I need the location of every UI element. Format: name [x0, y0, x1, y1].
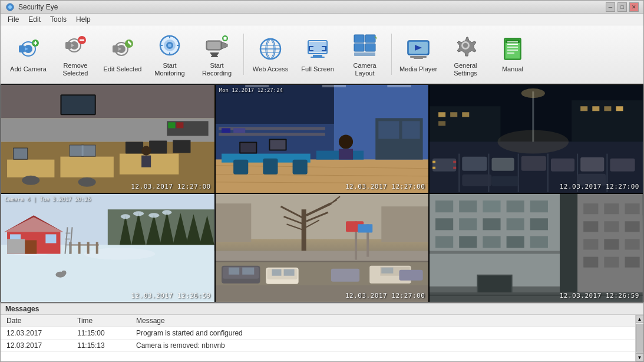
- camera-timestamp-4: 12.03.2017 12:26:59: [131, 292, 210, 300]
- svg-rect-145: [432, 167, 435, 169]
- svg-rect-254: [625, 239, 640, 249]
- svg-rect-255: [584, 257, 599, 268]
- msg-time-1: 11:15:00: [76, 328, 135, 338]
- svg-rect-56: [414, 58, 423, 59]
- svg-marker-33: [222, 42, 227, 49]
- svg-rect-175: [45, 234, 56, 243]
- svg-rect-244: [560, 194, 577, 302]
- toolbar: Add Camera Remove Selected: [1, 25, 643, 84]
- camera-bg-3: [430, 85, 643, 193]
- messages-column-headers: Date Time Message: [1, 315, 643, 327]
- media-player-icon: [404, 35, 432, 63]
- menu-file[interactable]: File: [3, 14, 24, 25]
- svg-point-1: [8, 5, 12, 9]
- svg-rect-179: [87, 242, 90, 254]
- camera-bg-1: [1, 85, 214, 193]
- svg-rect-71: [60, 157, 113, 177]
- camera-cell-1[interactable]: 12.03.2017 12:27:00: [1, 84, 215, 193]
- camera-feed-3: [430, 85, 643, 193]
- svg-point-58: [463, 43, 468, 48]
- manual-button[interactable]: Manual: [490, 28, 536, 80]
- menu-edit[interactable]: Edit: [24, 14, 45, 25]
- scroll-thumb[interactable]: [636, 324, 643, 353]
- svg-rect-129: [616, 106, 623, 111]
- manual-icon: [498, 35, 527, 63]
- svg-rect-147: [454, 167, 457, 169]
- scroll-up-arrow[interactable]: ▲: [636, 315, 644, 323]
- msg-date-1: 12.03.2017: [5, 328, 76, 338]
- camera-cell-3[interactable]: 12.03.2017 12:27:00: [429, 84, 643, 193]
- edit-selected-button[interactable]: Edit Selected: [100, 28, 146, 80]
- svg-rect-142: [581, 157, 605, 172]
- title-bar: Security Eye ─ □ ✕: [1, 1, 643, 14]
- svg-point-165: [148, 213, 159, 218]
- title-bar-controls[interactable]: ─ □ ✕: [606, 2, 639, 12]
- svg-rect-110: [233, 128, 245, 133]
- svg-rect-65: [506, 40, 520, 43]
- svg-rect-228: [507, 200, 524, 212]
- messages-header-label: Messages: [5, 305, 39, 313]
- svg-rect-210: [229, 268, 239, 275]
- scroll-down-arrow[interactable]: ▼: [636, 353, 644, 361]
- svg-rect-238: [507, 236, 524, 248]
- svg-rect-70: [7, 160, 54, 177]
- svg-rect-249: [584, 221, 599, 232]
- full-screen-icon: [303, 35, 332, 63]
- col-date: Date: [5, 316, 76, 325]
- menu-tools[interactable]: Tools: [45, 14, 71, 25]
- svg-rect-176: [7, 239, 25, 254]
- svg-rect-237: [483, 236, 501, 248]
- svg-rect-123: [450, 112, 457, 117]
- media-player-button[interactable]: Media Player: [395, 28, 441, 80]
- remove-selected-button[interactable]: Remove Selected: [52, 28, 98, 80]
- svg-rect-124: [463, 112, 470, 117]
- svg-rect-202: [216, 251, 429, 262]
- svg-rect-47: [365, 35, 375, 42]
- svg-rect-46: [354, 35, 364, 42]
- svg-rect-44: [313, 55, 322, 57]
- messages-header: Messages: [1, 304, 643, 315]
- camera-layout-label: Camera Layout: [345, 62, 385, 77]
- camera-cell-4[interactable]: Camera 4 | Tue 3.2017 20:26 12.03.2017 1…: [1, 193, 215, 302]
- toolbar-separator-2: [391, 34, 392, 75]
- camera-feed-5: [216, 194, 429, 302]
- svg-point-111: [339, 134, 353, 149]
- svg-rect-240: [430, 251, 560, 254]
- camera-cell-2[interactable]: Mon 12.2017 12:27:24 12.03.2017 12:27:00: [215, 84, 430, 193]
- maximize-button[interactable]: □: [617, 2, 627, 12]
- camera-bg-2: [216, 85, 429, 193]
- title-bar-left: Security Eye: [5, 2, 58, 12]
- messages-scrollbar[interactable]: ▲ ▼: [635, 315, 643, 361]
- add-camera-button[interactable]: Add Camera: [5, 28, 51, 80]
- camera-layout-button[interactable]: Camera Layout: [342, 28, 388, 80]
- camera-cell-6[interactable]: 12.03.2017 12:26:59: [429, 193, 643, 302]
- svg-rect-239: [530, 236, 548, 248]
- camera-cell-5[interactable]: 12.03.2017 12:27:00: [215, 193, 430, 302]
- start-monitoring-icon: [156, 31, 184, 60]
- camera-timestamp-5: 12.03.2017 12:27:00: [345, 292, 425, 300]
- svg-point-169: [84, 248, 156, 260]
- msg-time-2: 11:15:13: [76, 341, 135, 350]
- svg-rect-109: [222, 128, 230, 133]
- svg-rect-55: [410, 56, 427, 58]
- message-row-1: 12.03.2017 11:15:00 Program is started a…: [1, 327, 643, 340]
- general-settings-button[interactable]: General Settings: [442, 28, 488, 80]
- svg-rect-90: [141, 156, 151, 167]
- menu-help[interactable]: Help: [71, 14, 95, 25]
- full-screen-button[interactable]: Full Screen: [295, 28, 341, 80]
- start-monitoring-button[interactable]: Start Monitoring: [147, 28, 193, 80]
- camera-header-2: Mon 12.2017 12:27:24: [219, 87, 283, 93]
- svg-rect-250: [605, 221, 619, 232]
- app-icon: [5, 2, 15, 12]
- title-bar-title: Security Eye: [18, 3, 58, 11]
- start-recording-button[interactable]: Start Recording: [194, 28, 240, 80]
- camera-timestamp-6: 12.03.2017 12:26:59: [560, 292, 639, 300]
- svg-point-163: [121, 214, 130, 219]
- web-access-button[interactable]: Web Access: [247, 28, 293, 80]
- svg-rect-256: [605, 257, 619, 268]
- close-button[interactable]: ✕: [629, 2, 639, 12]
- col-time: Time: [76, 316, 135, 325]
- svg-rect-106: [270, 140, 285, 150]
- svg-rect-79: [14, 149, 27, 159]
- minimize-button[interactable]: ─: [606, 2, 615, 12]
